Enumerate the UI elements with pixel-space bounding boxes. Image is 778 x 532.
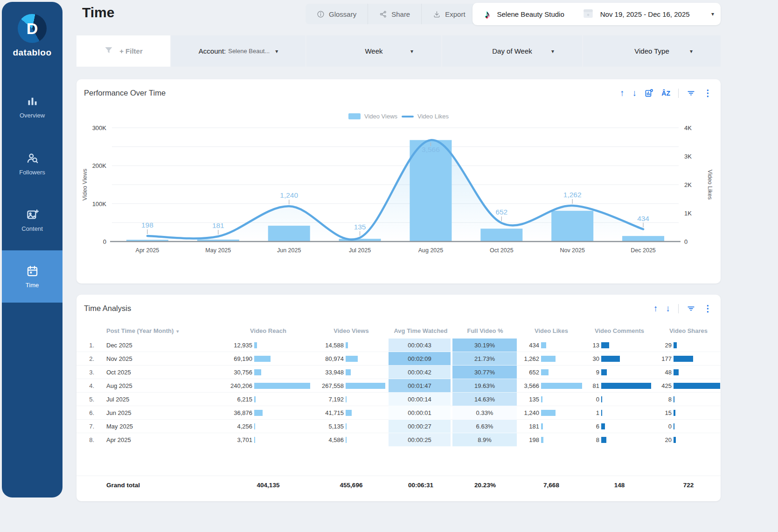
cell-likes: 1,240 bbox=[496, 409, 539, 416]
cell-likes-bar bbox=[541, 410, 556, 416]
cell-shares: 15 bbox=[627, 409, 672, 416]
svg-text:0: 0 bbox=[103, 238, 106, 245]
row-index: 3. bbox=[83, 369, 94, 376]
add-filter-button[interactable]: + Filter bbox=[76, 35, 170, 67]
export-label: Export bbox=[445, 10, 465, 18]
sort-az-icon[interactable]: ÂZ bbox=[661, 90, 670, 97]
cell-views: 4,586 bbox=[294, 436, 344, 443]
sort-descending-icon[interactable]: ↓ bbox=[632, 89, 637, 97]
column-header-avg-time-watched[interactable]: Avg Time Watched bbox=[394, 327, 447, 334]
table-row: 6.Jun 202500:00:010.33%36,87641,7151,240… bbox=[76, 406, 721, 420]
filter-icon[interactable] bbox=[687, 89, 695, 97]
cell-avg-time-watched-heatmap: 00:00:27 bbox=[389, 420, 451, 433]
cell-avg-time-watched-heatmap: 00:00:42 bbox=[389, 366, 451, 379]
column-header-video-likes[interactable]: Video Likes bbox=[535, 327, 568, 334]
cell-views: 14,588 bbox=[294, 342, 344, 349]
cell-reach-bar bbox=[254, 410, 263, 416]
table-row: 2.Nov 202500:02:0921.73%69,19080,9741,26… bbox=[76, 352, 721, 366]
filter-account-dropdown[interactable]: Account: Selene Beaut... ▾ bbox=[171, 35, 306, 67]
svg-text:Dec 2025: Dec 2025 bbox=[631, 247, 656, 254]
cell-shares-bar bbox=[674, 437, 676, 443]
column-header-video-shares[interactable]: Video Shares bbox=[669, 327, 708, 334]
row-index: 4. bbox=[83, 382, 94, 389]
table-title: Time Analysis bbox=[84, 304, 131, 313]
svg-text:135: 135 bbox=[354, 223, 366, 231]
legend-item[interactable]: Video Views bbox=[348, 113, 397, 120]
databloo-logo: D databloo bbox=[2, 14, 63, 58]
export-button[interactable]: Export bbox=[421, 4, 476, 24]
cell-avg-time-watched-heatmap: 00:02:09 bbox=[389, 352, 451, 366]
sort-caret-icon: ▾ bbox=[176, 329, 179, 334]
table-row: 3.Oct 202500:00:4230.77%30,75633,9486529… bbox=[76, 366, 721, 379]
filter-day-of-week-dropdown[interactable]: Day of Week ▾ bbox=[442, 35, 582, 67]
glossary-button[interactable]: Glossary bbox=[306, 4, 368, 24]
cell-views: 41,715 bbox=[294, 409, 344, 416]
sidebar-item-label: Followers bbox=[19, 169, 45, 176]
grand-total-views: 455,696 bbox=[340, 482, 363, 489]
legend-label: Video Views bbox=[364, 113, 397, 120]
cell-reach-bar bbox=[254, 342, 257, 348]
cell-post-time: Oct 2025 bbox=[106, 369, 131, 376]
legend-item[interactable]: Video Likes bbox=[402, 113, 449, 120]
calendar-icon bbox=[26, 265, 39, 277]
cell-views-bar bbox=[346, 342, 348, 348]
cell-comments: 9 bbox=[557, 369, 599, 376]
cell-likes: 1,262 bbox=[496, 355, 539, 362]
chart-toolbar: ↑ ↓ ÂZ ⋮ bbox=[620, 88, 712, 98]
column-header-video-comments[interactable]: Video Comments bbox=[595, 327, 644, 334]
sort-ascending-icon[interactable]: ↑ bbox=[620, 89, 625, 97]
cell-likes-bar bbox=[541, 396, 542, 402]
sidebar-item-content[interactable]: Content bbox=[2, 208, 63, 232]
cell-reach: 3,701 bbox=[184, 436, 252, 443]
sidebar-item-time[interactable]: Time bbox=[2, 250, 63, 303]
filter-week-dropdown[interactable]: Week ▾ bbox=[306, 35, 441, 67]
cell-views-bar bbox=[346, 396, 347, 402]
sidebar-item-overview[interactable]: Overview bbox=[2, 95, 63, 119]
filter-account-value: Selene Beaut... bbox=[228, 48, 270, 55]
cell-post-time: Aug 2025 bbox=[106, 382, 132, 389]
more-options-icon[interactable]: ⋮ bbox=[703, 303, 712, 314]
filter-video-type-dropdown[interactable]: Video Type ▾ bbox=[583, 35, 721, 67]
account-name[interactable]: Selene Beauty Studio bbox=[497, 10, 564, 18]
cell-shares-bar bbox=[674, 369, 679, 375]
grand-total-comments: 148 bbox=[614, 482, 625, 489]
performance-over-time-card: Performance Over Time ↑ ↓ ÂZ ⋮ Video Vi… bbox=[76, 79, 721, 283]
chart-options-icon[interactable] bbox=[645, 89, 653, 97]
cell-post-time: Apr 2025 bbox=[106, 436, 131, 443]
cell-comments-bar bbox=[601, 410, 602, 416]
cell-views: 7,192 bbox=[294, 396, 344, 403]
info-icon bbox=[317, 10, 325, 18]
cell-comments-bar bbox=[601, 423, 605, 429]
filter-icon[interactable] bbox=[687, 304, 695, 313]
column-header-full-video-[interactable]: Full Video % bbox=[467, 327, 503, 334]
chevron-down-icon[interactable]: ▾ bbox=[711, 11, 714, 17]
cell-comments: 0 bbox=[557, 396, 599, 403]
cell-views: 5,135 bbox=[294, 423, 344, 430]
more-options-icon[interactable]: ⋮ bbox=[703, 88, 712, 98]
svg-text:Aug 2025: Aug 2025 bbox=[418, 247, 444, 254]
row-index: 5. bbox=[83, 396, 94, 403]
sidebar-item-label: Time bbox=[26, 282, 39, 289]
column-header-post-time[interactable]: Post Time (Year Month)▾ bbox=[106, 327, 179, 334]
svg-text:Apr 2025: Apr 2025 bbox=[136, 247, 160, 254]
cell-reach-bar bbox=[254, 437, 255, 443]
sort-descending-icon[interactable]: ↓ bbox=[666, 304, 671, 313]
grand-total-full_pct: 20.23% bbox=[474, 482, 496, 489]
cell-reach-bar bbox=[254, 356, 271, 362]
cell-shares: 177 bbox=[627, 355, 672, 362]
sort-ascending-icon[interactable]: ↑ bbox=[653, 304, 658, 313]
cell-views-bar bbox=[346, 423, 347, 429]
cell-views-bar bbox=[346, 356, 358, 362]
sidebar-item-followers[interactable]: Followers bbox=[2, 152, 63, 176]
share-button[interactable]: Share bbox=[368, 4, 421, 24]
column-header-video-views[interactable]: Video Views bbox=[333, 327, 368, 334]
cell-comments: 6 bbox=[557, 423, 599, 430]
cell-avg-time-watched-heatmap: 00:00:25 bbox=[389, 433, 451, 447]
account-date-card: ♪ Selene Beauty Studio Nov 19, 2025 - De… bbox=[472, 3, 721, 25]
cell-reach: 6,215 bbox=[184, 396, 252, 403]
toolbar-divider bbox=[678, 304, 679, 313]
date-range[interactable]: Nov 19, 2025 - Dec 16, 2025 bbox=[600, 10, 690, 18]
svg-text:1K: 1K bbox=[684, 210, 692, 217]
cell-shares-bar bbox=[674, 342, 677, 348]
column-header-video-reach[interactable]: Video Reach bbox=[250, 327, 286, 334]
